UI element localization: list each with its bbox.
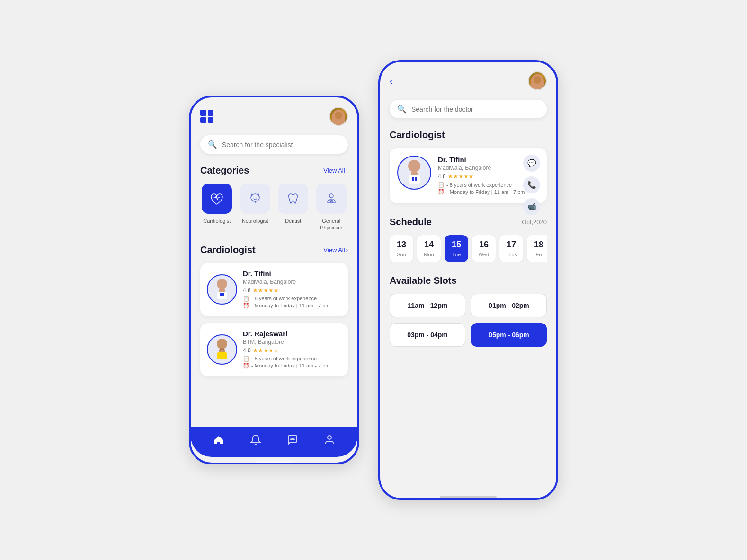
date-17-thu[interactable]: 17 Thus — [499, 235, 523, 262]
categories-title: Categories — [200, 165, 249, 176]
category-box-dentist — [278, 184, 308, 214]
date-13-sun[interactable]: 13 Sun — [390, 235, 413, 262]
doctor-location-rajeswari: BTM, Bangalore — [243, 339, 341, 345]
date-day-tue: Tue — [452, 252, 461, 257]
svg-point-16 — [291, 439, 292, 440]
left-phone: 🔍 Categories View All › Cardiologist — [189, 96, 359, 464]
svg-point-12 — [217, 339, 227, 349]
doctor-detail-avatar — [397, 156, 431, 190]
schedule-month: Oct,2020 — [522, 219, 547, 226]
bottom-indicator — [440, 496, 497, 498]
category-box-general — [316, 184, 347, 214]
svg-rect-11 — [222, 293, 224, 296]
call-action-button[interactable]: 📞 — [523, 176, 540, 193]
date-day-wed: Wed — [479, 252, 489, 257]
svg-point-18 — [293, 439, 294, 440]
right-search-icon: 🔍 — [397, 105, 407, 114]
doctor-name-rajeswari: Dr. Rajeswari — [243, 330, 341, 338]
nav-chat[interactable] — [287, 434, 298, 446]
svg-point-19 — [328, 436, 331, 439]
doctor-card-tifini[interactable]: Dr. Tifini Madiwala, Bangalore 4.8★★★★★ … — [200, 263, 348, 316]
date-day-fri: Fri — [536, 252, 542, 257]
doctor-experience-tifini: 📋 - 8 years of work experience — [243, 296, 341, 302]
date-day-thu: Thus — [506, 252, 517, 257]
doctor-card-rajeswari[interactable]: Dr. Rajeswari BTM, Bangalore 4.0★★★★☆ 📋 … — [200, 323, 348, 376]
category-dentist[interactable]: Dentist — [276, 184, 310, 231]
search-icon: 🔍 — [208, 140, 217, 149]
date-day-sun: Sun — [397, 252, 406, 257]
slot-3pm[interactable]: 03pm - 04pm — [390, 323, 465, 347]
slots-header: Available Slots — [390, 275, 547, 286]
category-neurologist[interactable]: Neurologist — [239, 184, 272, 231]
nav-indicator — [255, 461, 293, 463]
date-num-17: 17 — [507, 240, 516, 250]
right-header-row: ‹ — [390, 71, 547, 90]
date-num-16: 16 — [479, 240, 489, 250]
categories-header: Categories View All › — [200, 165, 348, 176]
category-label-general: General Physician — [315, 218, 348, 231]
clock-icon: ⏰ — [243, 303, 249, 309]
category-box-cardiologist — [202, 184, 232, 214]
svg-rect-10 — [220, 293, 222, 296]
schedule-header: Schedule Oct,2020 — [390, 217, 547, 228]
cardiologist-header: Cardiologist View All › — [200, 245, 348, 255]
date-14-mon[interactable]: 14 Mon — [417, 235, 441, 262]
doctor-experience-rajeswari: 📋 - 5 years of work experience — [243, 356, 341, 362]
doctor-info-rajeswari: Dr. Rajeswari BTM, Bangalore 4.0★★★★☆ 📋 … — [243, 330, 341, 370]
slots-grid: 11am - 12pm 01pm - 02pm 03pm - 04pm 05pm… — [390, 294, 547, 347]
menu-icon[interactable] — [200, 110, 213, 123]
category-grid: Cardiologist Neurologist — [200, 184, 348, 231]
date-row: 13 Sun 14 Mon 15 Tue 16 Wed 17 Thus 18 F… — [390, 235, 547, 262]
doctor-schedule-tifini: ⏰ - Monday to Friday | 11 am - 7 pm — [243, 303, 341, 309]
right-search-bar[interactable]: 🔍 — [390, 100, 547, 118]
video-action-button[interactable]: 📹 — [523, 198, 540, 215]
right-search-input[interactable] — [411, 105, 539, 113]
back-button[interactable]: ‹ — [390, 76, 393, 87]
svg-rect-15 — [217, 352, 227, 359]
category-cardiologist[interactable]: Cardiologist — [200, 184, 234, 231]
slot-5pm[interactable]: 05pm - 06pm — [471, 323, 547, 347]
doctor-detail-card: Dr. Tifini Madiwala, Bangalore 4.8★★★★★ … — [390, 148, 547, 203]
svg-point-6 — [217, 279, 227, 289]
category-general[interactable]: General Physician — [315, 184, 348, 231]
nav-bell[interactable] — [250, 434, 261, 446]
nav-profile[interactable] — [324, 434, 335, 446]
date-num-15: 15 — [452, 240, 461, 250]
avatar[interactable] — [329, 107, 348, 126]
search-input[interactable] — [222, 141, 340, 149]
schedule-title: Schedule — [390, 217, 432, 228]
doctor-name-tifini: Dr. Tifini — [243, 270, 341, 278]
right-avatar[interactable] — [528, 71, 547, 90]
doctor-location-tifini: Madiwala, Bangalore — [243, 279, 341, 285]
doctor-info-tifini: Dr. Tifini Madiwala, Bangalore 4.8★★★★★ … — [243, 270, 341, 310]
category-label-dentist: Dentist — [285, 218, 301, 224]
svg-point-20 — [408, 160, 420, 172]
doctor-rating-tifini: 4.8★★★★★ — [243, 287, 341, 294]
date-num-13: 13 — [397, 240, 406, 250]
svg-rect-24 — [412, 177, 414, 181]
date-16-wed[interactable]: 16 Wed — [472, 235, 496, 262]
right-phone: ‹ 🔍 Cardiologist — [378, 60, 558, 500]
bottom-nav — [191, 427, 357, 457]
svg-point-0 — [251, 194, 259, 201]
search-bar[interactable]: 🔍 — [200, 135, 348, 154]
doctor-avatar-tifini — [207, 274, 237, 305]
date-day-mon: Mon — [424, 252, 434, 257]
date-num-14: 14 — [424, 240, 434, 250]
right-phone-content: ‹ 🔍 Cardiologist — [380, 62, 556, 490]
chat-action-button[interactable]: 💬 — [523, 155, 540, 172]
right-section-header: Cardiologist — [390, 130, 547, 140]
date-num-18: 18 — [534, 240, 543, 250]
slot-1pm[interactable]: 01pm - 02pm — [471, 294, 547, 317]
briefcase-icon: 📋 — [243, 296, 249, 302]
cardiologist-view-all[interactable]: View All › — [323, 246, 348, 254]
date-15-tue[interactable]: 15 Tue — [445, 235, 468, 262]
svg-rect-25 — [415, 177, 417, 181]
slot-11am[interactable]: 11am - 12pm — [390, 294, 465, 317]
categories-view-all[interactable]: View All › — [323, 167, 348, 174]
briefcase-icon-2: 📋 — [243, 356, 249, 362]
clock-icon-2: ⏰ — [243, 363, 249, 369]
category-label-cardiologist: Cardiologist — [203, 218, 231, 224]
nav-home[interactable] — [213, 434, 224, 446]
date-18-fri[interactable]: 18 Fri — [527, 235, 547, 262]
